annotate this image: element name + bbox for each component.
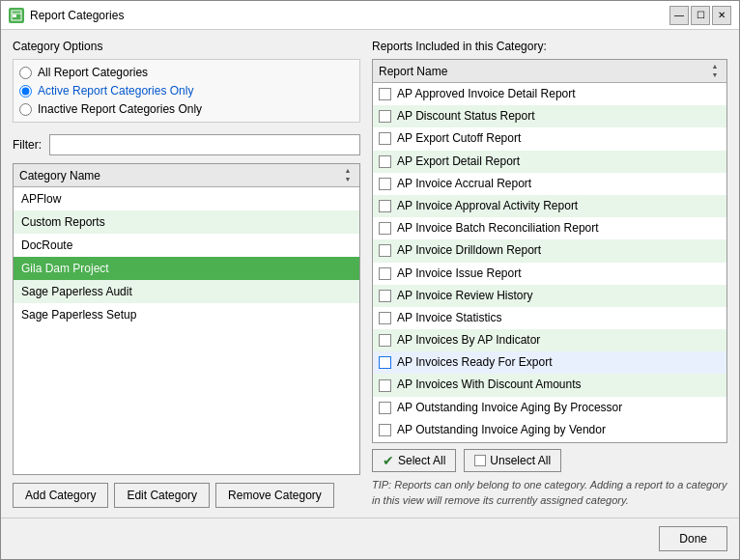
remove-category-button[interactable]: Remove Category [215, 483, 334, 508]
radio-all[interactable]: All Report Categories [19, 66, 354, 79]
report-item[interactable]: AP Invoices With Discount Amounts [373, 374, 726, 396]
scroll-up-arrow[interactable]: ▲ [342, 167, 354, 175]
main-area: Category Options All Report Categories A… [13, 40, 727, 508]
done-button[interactable]: Done [659, 526, 727, 551]
report-checkbox[interactable] [379, 402, 391, 414]
report-item[interactable]: AP Invoices Ready For Export [373, 351, 726, 374]
check-green-icon: ✔ [383, 453, 394, 468]
report-name: AP Invoice Batch Reconciliation Report [397, 219, 599, 238]
radio-inactive[interactable]: Inactive Report Categories Only [19, 102, 354, 116]
left-panel: Category Options All Report Categories A… [13, 40, 360, 508]
report-checkbox[interactable] [379, 379, 391, 392]
maximize-button[interactable]: ☐ [691, 6, 710, 25]
main-window: Report Categories — ☐ ✕ Category Options… [0, 0, 740, 560]
report-checkbox[interactable] [379, 200, 391, 212]
scroll-down-arrow[interactable]: ▼ [342, 176, 354, 183]
report-checkbox[interactable] [379, 312, 391, 324]
radio-all-label: All Report Categories [38, 66, 148, 79]
reports-list-scroll[interactable]: AP Approved Invoice Detail Report AP Dis… [373, 83, 726, 442]
reports-header-label: Report Name [379, 65, 447, 78]
list-item[interactable]: Sage Paperless Setup [14, 303, 359, 326]
category-action-buttons: Add Category Edit Category Remove Catego… [13, 483, 360, 508]
reports-list-header: Report Name ▲ ▼ [373, 60, 726, 83]
report-item[interactable]: AP Invoice Accrual Report [373, 173, 726, 195]
app-icon [9, 8, 24, 23]
report-checkbox[interactable] [379, 267, 391, 280]
radio-active[interactable]: Active Report Categories Only [19, 84, 354, 98]
report-checkbox[interactable] [379, 424, 391, 436]
reports-scroll-up[interactable]: ▲ [709, 63, 721, 70]
report-item[interactable]: AP Discount Status Report [373, 105, 726, 127]
select-all-label: Select All [398, 454, 445, 467]
reports-scroll-down[interactable]: ▼ [709, 71, 721, 79]
list-item[interactable]: APFlow [14, 187, 359, 210]
report-name: AP Approved Invoice Detail Report [397, 85, 576, 103]
uncheck-icon [474, 455, 486, 466]
report-item[interactable]: AP Invoice Drilldown Report [373, 239, 726, 262]
reports-list-container: Report Name ▲ ▼ AP Approved Invoice Deta… [372, 59, 727, 443]
radio-active-label: Active Report Categories Only [38, 84, 193, 98]
report-checkbox[interactable] [379, 334, 391, 347]
report-name: AP Invoice Drilldown Report [397, 241, 541, 260]
minimize-button[interactable]: — [669, 6, 689, 25]
edit-category-button[interactable]: Edit Category [114, 483, 210, 508]
unselect-all-button[interactable]: Unselect All [464, 449, 561, 472]
report-checkbox[interactable] [379, 356, 391, 369]
report-checkbox[interactable] [379, 88, 391, 100]
report-item[interactable]: AP Invoice Review History [373, 285, 726, 307]
report-item[interactable]: AP Invoice Statistics [373, 307, 726, 329]
reports-scroll-arrows: ▲ ▼ [709, 63, 721, 79]
category-list-scroll[interactable]: APFlow Custom Reports DocRoute Gila Dam … [14, 187, 359, 474]
close-button[interactable]: ✕ [712, 6, 731, 25]
main-content: Category Options All Report Categories A… [1, 30, 739, 518]
report-name: AP Invoice Review History [397, 287, 533, 305]
report-name: AP Invoice Statistics [397, 309, 502, 327]
report-item[interactable]: AP Invoice Batch Reconciliation Report [373, 217, 726, 239]
window-controls: — ☐ ✕ [669, 6, 731, 25]
svg-rect-2 [13, 14, 16, 17]
report-checkbox[interactable] [379, 110, 391, 123]
category-options-title: Category Options [13, 40, 360, 53]
report-item[interactable]: AP Export Cutoff Report [373, 127, 726, 150]
report-name: AP Invoices By AP Indicator [397, 331, 540, 350]
list-item[interactable]: Custom Reports [14, 210, 359, 234]
report-item[interactable]: AP Outstanding Invoice Aging By Processo… [373, 397, 726, 419]
add-category-button[interactable]: Add Category [13, 483, 108, 508]
select-all-button[interactable]: ✔ Select All [372, 449, 456, 472]
report-item[interactable]: AP Outstanding Invoice Aging by Vendor [373, 419, 726, 441]
report-name: AP Invoices Ready For Export [397, 353, 553, 372]
reports-panel-title: Reports Included in this Category: [372, 40, 727, 53]
report-item[interactable]: AP Export Detail Report [373, 151, 726, 173]
report-name: AP Export Cutoff Report [397, 129, 521, 148]
radio-active-input[interactable] [19, 85, 32, 98]
radio-inactive-input[interactable] [19, 103, 32, 116]
footer: Done [1, 518, 739, 559]
radio-group: All Report Categories Active Report Cate… [13, 59, 360, 123]
title-bar: Report Categories — ☐ ✕ [1, 1, 739, 30]
filter-label: Filter: [13, 138, 42, 152]
report-name: AP Discount Status Report [397, 107, 535, 126]
report-item[interactable]: AP Invoice Approval Activity Report [373, 195, 726, 217]
report-item[interactable]: AP Invoices By AP Indicator [373, 329, 726, 351]
category-list: Category Name ▲ ▼ APFlow Custom Reports … [13, 163, 360, 475]
report-item[interactable]: AP Invoice Issue Report [373, 263, 726, 285]
category-header-label: Category Name [19, 169, 100, 182]
report-checkbox[interactable] [379, 290, 391, 302]
report-checkbox[interactable] [379, 132, 391, 145]
report-checkbox[interactable] [379, 155, 391, 168]
list-item[interactable]: Sage Paperless Audit [14, 280, 359, 303]
report-checkbox[interactable] [379, 244, 391, 257]
list-item[interactable]: DocRoute [14, 234, 359, 257]
list-item-selected[interactable]: Gila Dam Project [14, 257, 359, 280]
filter-input[interactable] [49, 134, 360, 155]
report-checkbox[interactable] [379, 222, 391, 235]
right-panel: Reports Included in this Category: Repor… [372, 40, 727, 508]
report-item[interactable]: AP Approved Invoice Detail Report [373, 83, 726, 105]
report-name: AP Invoice Issue Report [397, 265, 522, 283]
report-name: AP Invoice Accrual Report [397, 175, 531, 193]
radio-all-input[interactable] [19, 67, 32, 79]
report-name: AP Export Detail Report [397, 153, 520, 171]
report-checkbox[interactable] [379, 178, 391, 190]
report-name: AP Outstanding Invoice Aging By Processo… [397, 399, 622, 417]
report-name: AP Invoices With Discount Amounts [397, 376, 582, 394]
